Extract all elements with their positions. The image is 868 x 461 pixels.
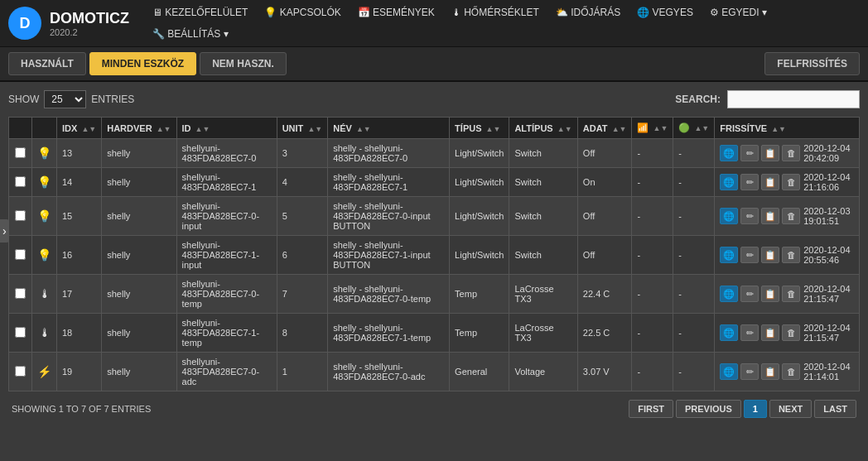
nav-vegyes[interactable]: 🌐 VEGYES xyxy=(630,3,700,22)
action-log-btn[interactable]: 📋 xyxy=(761,208,779,224)
action-buttons: 🌐 ✏ 📋 🗑 xyxy=(720,363,800,380)
action-globe-btn[interactable]: 🌐 xyxy=(720,324,738,341)
header-adat[interactable]: ADAT ▲▼ xyxy=(577,118,632,139)
table-row: 🌡 17 shelly shellyuni-483FDA828EC7-0-tem… xyxy=(9,275,860,314)
action-edit-btn[interactable]: ✏ xyxy=(740,174,759,190)
row-frissitve: 🌐 ✏ 📋 🗑 2020-12-03 19:01:51 xyxy=(715,197,860,236)
action-edit-btn[interactable]: ✏ xyxy=(740,324,759,341)
row-id: shellyuni-483FDA828EC7-1-input xyxy=(176,236,277,275)
action-delete-btn[interactable]: 🗑 xyxy=(782,174,800,190)
nav-egyedi[interactable]: ⚙ EGYEDI ▾ xyxy=(703,3,774,22)
nav-esemenyek[interactable]: 📅 ESEMÉNYEK xyxy=(351,3,441,22)
nav-kapcsolok[interactable]: 💡 KAPCSOLÓK xyxy=(258,3,347,22)
header-hardver[interactable]: HARDVER ▲▼ xyxy=(102,118,176,139)
action-edit-btn[interactable]: ✏ xyxy=(740,208,759,224)
subnav: HASZNÁLT MINDEN ESZKÖZ NEM HASZN. FELFRI… xyxy=(0,47,868,82)
page-previous[interactable]: PREVIOUS xyxy=(676,400,741,418)
action-edit-btn[interactable]: ✏ xyxy=(740,286,759,302)
header-idx[interactable]: IDX ▲▼ xyxy=(57,118,102,139)
search-input[interactable] xyxy=(727,90,860,108)
action-log-btn[interactable]: 📋 xyxy=(761,174,779,190)
action-delete-btn[interactable]: 🗑 xyxy=(782,247,800,263)
row-checkbox-cell xyxy=(9,275,32,314)
row-tipus: General xyxy=(450,353,509,391)
tab-hasznalt[interactable]: HASZNÁLT xyxy=(8,52,86,75)
page-first[interactable]: FIRST xyxy=(629,400,673,418)
row-signal: - xyxy=(632,314,673,353)
app-version: 2020.2 xyxy=(50,27,129,37)
header-altipus[interactable]: ALTÍPUS ▲▼ xyxy=(509,118,577,139)
header-checkbox-cell xyxy=(9,118,32,139)
action-buttons: 🌐 ✏ 📋 🗑 xyxy=(720,208,800,224)
action-delete-btn[interactable]: 🗑 xyxy=(782,324,800,341)
row-checkbox-cell xyxy=(9,168,32,197)
row-frissitve: 🌐 ✏ 📋 🗑 2020-12-04 20:55:46 xyxy=(715,236,860,275)
row-hardver: shelly xyxy=(102,353,176,391)
action-delete-btn[interactable]: 🗑 xyxy=(782,145,800,161)
action-edit-btn[interactable]: ✏ xyxy=(740,363,759,380)
row-checkbox[interactable] xyxy=(15,249,26,260)
header-unit[interactable]: UNIT ▲▼ xyxy=(277,118,328,139)
row-battery: - xyxy=(673,197,715,236)
row-unit: 3 xyxy=(277,139,328,168)
action-log-btn[interactable]: 📋 xyxy=(761,247,779,263)
page-last[interactable]: LAST xyxy=(814,400,856,418)
page-current[interactable]: 1 xyxy=(744,400,767,418)
action-globe-btn[interactable]: 🌐 xyxy=(720,145,738,161)
action-delete-btn[interactable]: 🗑 xyxy=(782,208,800,224)
row-checkbox[interactable] xyxy=(15,327,26,338)
device-table: IDX ▲▼ HARDVER ▲▼ ID ▲▼ UNIT ▲▼ NÉV ▲▼ T… xyxy=(8,117,860,391)
action-globe-btn[interactable]: 🌐 xyxy=(720,208,738,224)
tab-nem-haszn[interactable]: NEM HASZN. xyxy=(200,52,287,75)
row-timestamp: 2020-12-04 21:14:01 xyxy=(803,362,854,382)
row-tipus: Light/Switch xyxy=(450,197,509,236)
row-timestamp: 2020-12-04 21:16:06 xyxy=(803,172,854,192)
row-frissitve: 🌐 ✏ 📋 🗑 2020-12-04 20:42:09 xyxy=(715,139,860,168)
row-checkbox[interactable] xyxy=(15,147,26,158)
action-delete-btn[interactable]: 🗑 xyxy=(782,286,800,302)
action-edit-btn[interactable]: ✏ xyxy=(740,145,759,161)
row-checkbox[interactable] xyxy=(15,210,26,221)
action-log-btn[interactable]: 📋 xyxy=(761,324,779,341)
row-checkbox[interactable] xyxy=(15,288,26,299)
row-battery: - xyxy=(673,236,715,275)
row-signal: - xyxy=(632,139,673,168)
action-log-btn[interactable]: 📋 xyxy=(761,363,779,380)
refresh-button[interactable]: FELFRISSÍTÉS xyxy=(764,52,860,75)
row-checkbox[interactable] xyxy=(15,366,26,377)
header-signal[interactable]: 📶 ▲▼ xyxy=(632,118,673,139)
action-buttons: 🌐 ✏ 📋 🗑 xyxy=(720,145,800,161)
nav-homerseklet[interactable]: 🌡 HŐMÉRSÉKLET xyxy=(445,3,546,22)
showing-text: SHOWING 1 TO 7 OF 7 ENTRIES xyxy=(12,404,151,414)
row-tipus: Light/Switch xyxy=(450,139,509,168)
header-battery[interactable]: 🟢 ▲▼ xyxy=(673,118,715,139)
header-nev[interactable]: NÉV ▲▼ xyxy=(328,118,450,139)
action-log-btn[interactable]: 📋 xyxy=(761,145,779,161)
nav-beallitas[interactable]: 🔧 BEÁLLÍTÁS ▾ xyxy=(146,25,235,43)
nav-kezelofelület[interactable]: 🖥 KEZELŐFELÜLET xyxy=(146,3,254,22)
action-globe-btn[interactable]: 🌐 xyxy=(720,247,738,263)
action-delete-btn[interactable]: 🗑 xyxy=(782,363,800,380)
tab-minden-eszkoz[interactable]: MINDEN ESZKÖZ xyxy=(89,52,196,75)
action-globe-btn[interactable]: 🌐 xyxy=(720,363,738,380)
header-id[interactable]: ID ▲▼ xyxy=(176,118,277,139)
row-id: shellyuni-483FDA828EC7-0-adc xyxy=(176,353,277,391)
row-adat: Off xyxy=(577,139,632,168)
action-log-btn[interactable]: 📋 xyxy=(761,286,779,302)
row-checkbox[interactable] xyxy=(15,176,26,187)
row-checkbox-cell xyxy=(9,353,32,391)
row-timestamp: 2020-12-04 21:15:47 xyxy=(803,323,854,343)
nav-idojaras[interactable]: ⛅ IDŐJÁRÁS xyxy=(549,3,627,22)
entries-select[interactable]: 10 25 50 100 xyxy=(44,90,86,108)
row-altipus: Switch xyxy=(509,236,577,275)
action-globe-btn[interactable]: 🌐 xyxy=(720,174,738,190)
search-box: SEARCH: xyxy=(675,90,860,108)
header-tipus[interactable]: TÍPUS ▲▼ xyxy=(450,118,509,139)
action-edit-btn[interactable]: ✏ xyxy=(740,247,759,263)
sidebar-toggle[interactable]: › xyxy=(0,219,9,243)
main-nav: 🖥 KEZELŐFELÜLET 💡 KAPCSOLÓK 📅 ESEMÉNYEK … xyxy=(146,3,860,43)
action-globe-btn[interactable]: 🌐 xyxy=(720,286,738,302)
app-logo: D xyxy=(8,7,41,40)
header-frissitve[interactable]: FRISSÍTVE ▲▼ xyxy=(715,118,860,139)
page-next[interactable]: NEXT xyxy=(769,400,812,418)
